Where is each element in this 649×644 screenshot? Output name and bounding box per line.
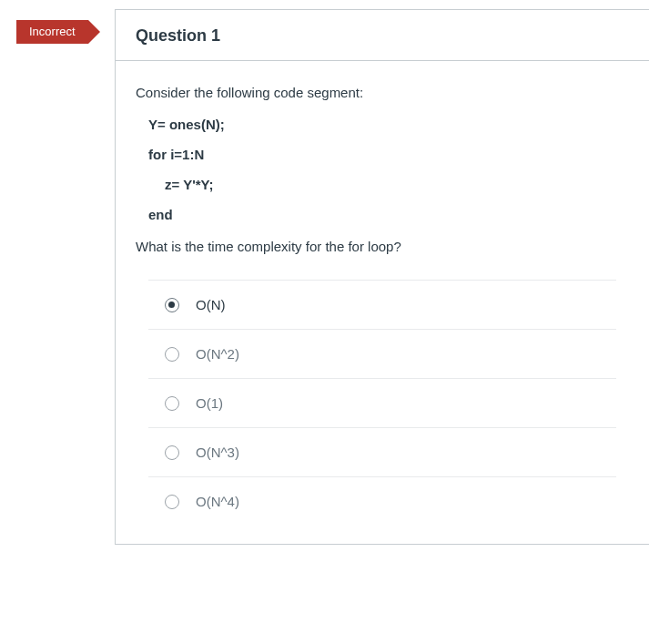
question-title: Question 1: [136, 26, 629, 46]
answer-label: O(N^4): [196, 494, 239, 509]
answer-option[interactable]: O(1): [148, 378, 616, 427]
answer-label: O(N): [196, 297, 226, 312]
code-line: for i=1:N: [148, 147, 629, 162]
answer-option[interactable]: O(N^2): [148, 329, 616, 378]
answer-label: O(N^3): [196, 445, 239, 460]
code-line: z= Y'*Y;: [165, 177, 629, 192]
radio-icon: [165, 347, 179, 362]
prompt-followup: What is the time complexity for the for …: [136, 239, 629, 254]
answer-label: O(N^2): [196, 346, 239, 362]
answer-option[interactable]: O(N): [148, 280, 616, 329]
question-body: Consider the following code segment: Y= …: [116, 61, 649, 544]
radio-icon: [165, 445, 179, 460]
code-block: Y= ones(N); for i=1:N z= Y'*Y; end: [145, 117, 629, 222]
code-line: end: [148, 207, 629, 222]
answer-label: O(1): [196, 395, 223, 411]
question-card: Question 1 Consider the following code s…: [115, 9, 649, 545]
question-header: Question 1: [116, 10, 649, 61]
status-badge-text: Incorrect: [29, 26, 76, 38]
radio-icon: [165, 396, 179, 411]
answer-option[interactable]: O(N^3): [148, 427, 616, 476]
answer-list: O(N) O(N^2) O(1) O(N^3) O(N^4): [148, 280, 616, 526]
radio-icon: [165, 298, 179, 312]
answer-option[interactable]: O(N^4): [148, 476, 616, 526]
status-badge: Incorrect: [16, 20, 88, 44]
prompt-intro: Consider the following code segment:: [136, 85, 629, 100]
code-line: Y= ones(N);: [148, 117, 629, 132]
radio-icon: [165, 495, 179, 509]
